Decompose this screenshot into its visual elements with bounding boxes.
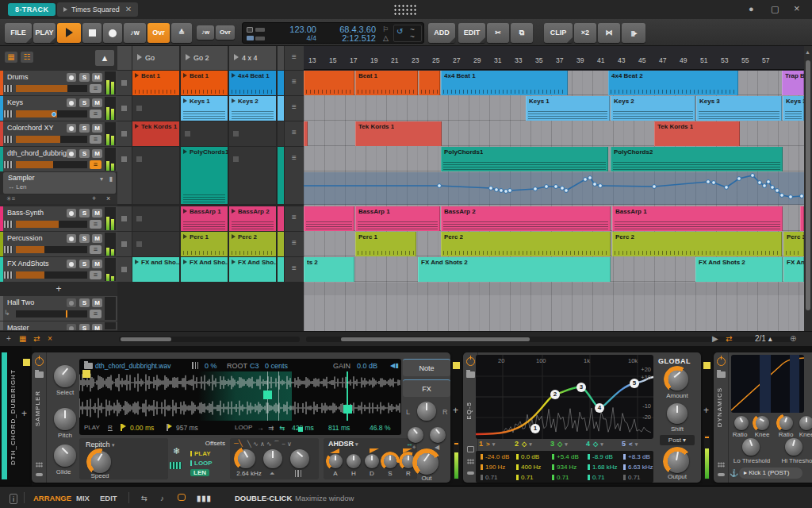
arranger-clip[interactable] <box>419 71 440 95</box>
solo-button[interactable]: S <box>79 98 90 107</box>
track-menu-button[interactable]: ≡ <box>90 220 102 229</box>
clip-slot[interactable]: Keys 2 <box>229 96 276 121</box>
playhead-follow-icon[interactable]: ▶ <box>712 334 718 343</box>
eq-q-value[interactable]: 0.71 <box>515 472 550 483</box>
clip-slot[interactable] <box>181 121 228 146</box>
eq-post-select[interactable]: Post ▾ <box>660 435 695 445</box>
eq-freq-value[interactable]: 190 Hz <box>479 462 515 472</box>
solo-button[interactable]: S <box>79 209 90 217</box>
eq-freq-value[interactable]: 6.63 kHz <box>622 462 657 472</box>
key-track-knob[interactable] <box>430 427 446 443</box>
clip-slot[interactable]: FX and Sho... <box>132 257 179 282</box>
eq-freq-value[interactable]: 934 Hz <box>550 462 586 472</box>
offset-play[interactable]: PLAY <box>190 450 211 457</box>
eq-gain-value[interactable]: -24.0 dB <box>479 452 515 462</box>
velocity-knob[interactable] <box>408 427 423 443</box>
gain-value[interactable]: 0.0 dB <box>357 362 377 370</box>
play-start-value[interactable]: 0.00 ms <box>130 424 154 432</box>
record-button[interactable] <box>103 23 122 43</box>
arranger-clip[interactable]: BassArp 1 <box>355 206 440 231</box>
mute-button[interactable]: M <box>92 98 102 107</box>
arranger-hscroll-thumb[interactable] <box>341 337 530 341</box>
eq-amount-knob[interactable] <box>666 368 688 391</box>
preset-folder-icon[interactable] <box>35 371 44 378</box>
window-close-icon[interactable]: × <box>794 2 800 14</box>
swing-icon[interactable] <box>247 36 254 40</box>
arranger-clip[interactable]: ts 2 <box>304 257 354 282</box>
eq-q-value[interactable]: 0.71 <box>550 472 586 483</box>
arranger-clip[interactable]: 4x4 Beat 1 <box>441 71 568 95</box>
dyn-ratio-knob-2[interactable] <box>779 416 793 430</box>
filter-env-knob[interactable] <box>290 449 309 468</box>
arranger-clip[interactable] <box>304 206 354 231</box>
volume-slider[interactable] <box>16 310 87 318</box>
eq-q-value[interactable]: 0.71 <box>479 472 515 483</box>
record-arm-button[interactable] <box>67 298 76 307</box>
arranger-clip[interactable]: Tek Kords 1 <box>654 121 740 146</box>
start-handle[interactable] <box>82 370 90 378</box>
record-arm-button[interactable] <box>67 149 76 158</box>
track-row[interactable]: DrumsSM≡ <box>0 71 117 95</box>
arranger-clip[interactable]: Beat 1 <box>355 71 418 95</box>
track-row[interactable]: Colorchord XYSM≡ <box>0 121 117 146</box>
select-knob[interactable] <box>54 365 76 387</box>
sidechain-source-select[interactable]: ▸ Kick 1 (POST) <box>739 468 802 479</box>
dyn-select-marker[interactable] <box>703 362 710 369</box>
loop-mode-label[interactable]: LOOP <box>235 424 252 431</box>
info-icon[interactable]: i <box>10 494 17 504</box>
filter-res-knob[interactable] <box>263 449 282 468</box>
mute-button[interactable]: M <box>92 260 102 268</box>
filter-shape-lp-icon[interactable]: ─╲ <box>234 440 242 447</box>
filter-shape-icons[interactable]: ╲ ∿ ∧ ∿ ⌒ ~ ∨ <box>247 440 292 448</box>
eq-shift-knob[interactable] <box>667 403 688 424</box>
mute-button[interactable]: M <box>92 209 102 217</box>
add-device-icon-2[interactable]: + <box>703 405 709 416</box>
arranger-track-lane[interactable]: ts 2FX And Shots 2FX And Shots 2FX And <box>304 257 804 282</box>
tempo-display[interactable]: 123.00 <box>273 25 316 34</box>
solo-button[interactable]: S <box>79 234 90 243</box>
eq-band-handle[interactable]: 4 <box>595 403 604 413</box>
eq-band-selector[interactable]: 3◇▾ <box>550 440 568 448</box>
arranger-track-lane[interactable]: PolyChords1PolyChords2 <box>304 147 804 171</box>
record-arm-button[interactable] <box>67 234 76 243</box>
record-arm-button[interactable] <box>67 98 76 107</box>
launcher-button[interactable]: ≙ <box>171 23 192 43</box>
track-row[interactable]: FX AndShotsSM≡ <box>0 257 117 282</box>
add-chain-icon[interactable]: + <box>92 194 96 202</box>
arranger-clip[interactable]: Keys 3 <box>696 96 782 121</box>
track-menu-button[interactable]: ≡ <box>90 271 102 279</box>
eq-graph[interactable]: 12345201001k10k+20+10-10-20 <box>476 355 653 439</box>
metronome-icon[interactable]: △ <box>383 34 389 42</box>
arranger-clip[interactable]: FX And <box>783 257 804 282</box>
add-track-button[interactable]: + <box>0 283 117 295</box>
eq-grid-icon[interactable] <box>467 459 474 464</box>
scene-header[interactable]: Go 2 <box>181 46 228 70</box>
time-signature-display[interactable]: 4/4 <box>273 34 316 42</box>
add-device-icon-1[interactable]: + <box>453 405 458 416</box>
effect-track-row[interactable]: MasterSM <box>0 321 117 330</box>
lo-threshold-knob[interactable] <box>742 438 760 456</box>
fill-icon[interactable] <box>247 27 253 33</box>
loop-off-icon[interactable]: → <box>257 424 264 432</box>
track-menu-button[interactable]: ≡ <box>90 84 102 93</box>
dynamics-transfer-graph[interactable] <box>731 355 804 413</box>
star-icon[interactable]: ✳≡ <box>6 195 15 202</box>
dropdown-icon[interactable]: ▾ <box>100 175 103 183</box>
eq-band-handle[interactable]: 1 <box>530 424 540 433</box>
sample-folder-icon[interactable] <box>84 363 93 369</box>
auto-scroll-icon[interactable]: ⇄ <box>726 334 732 343</box>
scene-cell-menu[interactable]: ≡ <box>285 71 304 95</box>
track-height-icon[interactable]: ▦ <box>19 334 26 343</box>
arranger-clip[interactable]: BassArp 2 <box>441 206 611 231</box>
arranger-clip[interactable]: Keys 3 <box>783 96 804 121</box>
clip-slot[interactable] <box>229 121 276 146</box>
remove-chain-icon[interactable]: × <box>106 194 110 202</box>
list-view-icon[interactable]: ☷ <box>21 52 33 63</box>
track-row[interactable]: PercussionSM≡ <box>0 232 117 256</box>
arrange-view-button[interactable]: ARRANGE <box>33 494 71 502</box>
scene-cell-menu[interactable]: ≡ <box>285 147 304 204</box>
record-arm-button[interactable] <box>67 209 76 217</box>
reverse-button[interactable]: ⋈ <box>598 23 620 43</box>
arranger-clip[interactable] <box>304 71 354 95</box>
clip-slot[interactable]: Perc 1 <box>181 232 228 256</box>
